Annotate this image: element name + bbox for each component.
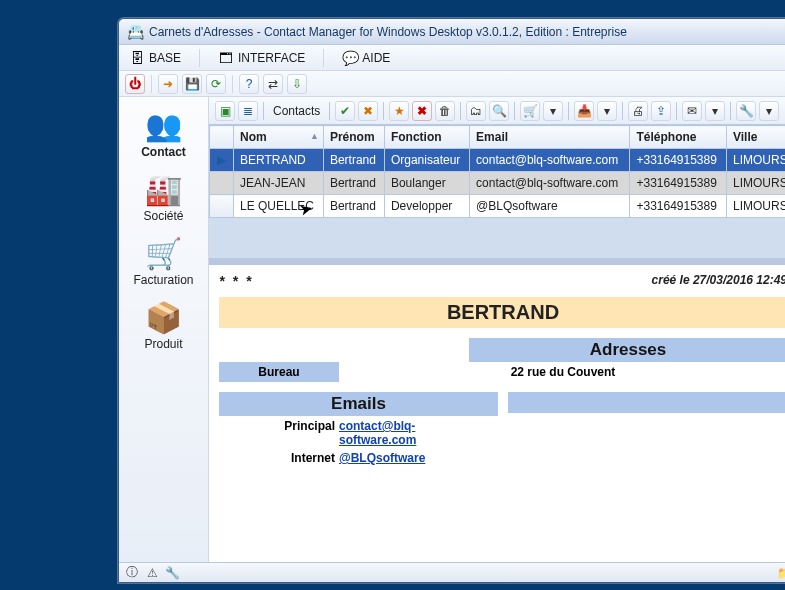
tree-icon[interactable]: ≣ xyxy=(238,101,258,121)
mail-icon[interactable]: ✉ xyxy=(682,101,702,121)
toolbar-separator xyxy=(568,102,569,120)
status-bar: ⓘ⚠🔧 📁 xyxy=(119,562,785,582)
cell-ville[interactable]: LIMOURS xyxy=(727,149,786,172)
toolbar-separator xyxy=(622,102,623,120)
section-other-title xyxy=(508,392,785,413)
table-row[interactable]: LE QUELLECBertrandDevelopper@BLQsoftware… xyxy=(210,195,786,218)
cell-fonction[interactable]: Organisateur xyxy=(384,149,469,172)
cell-nom[interactable]: LE QUELLEC xyxy=(234,195,324,218)
cell-fonction[interactable]: Boulanger xyxy=(384,172,469,195)
title-bar: 📇 Carnets d'Adresses - Contact Manager f… xyxy=(119,19,785,45)
card-icon[interactable]: 🗂 xyxy=(466,101,486,121)
cell-email[interactable]: @BLQsoftware xyxy=(470,195,630,218)
email-link[interactable]: contact@blq-software.com xyxy=(339,418,488,448)
address-type-label: Bureau xyxy=(219,362,339,382)
primary-toolbar: ⏻➜💾⟳?⇄⇩ xyxy=(119,71,785,97)
row-indicator: ▶ xyxy=(210,149,234,172)
help-icon: 💬 xyxy=(342,50,358,66)
toolbar-separator xyxy=(383,102,384,120)
login-icon[interactable]: ➜ xyxy=(158,74,178,94)
toolbar-separator xyxy=(232,75,233,93)
cell-prenom[interactable]: Bertrand xyxy=(323,195,384,218)
info-icon[interactable]: ⓘ xyxy=(125,566,139,580)
power-icon[interactable]: ⏻ xyxy=(125,74,145,94)
section-emails-title: Emails xyxy=(219,392,498,416)
sidebar-item-label: Facturation xyxy=(133,273,193,287)
menu-aide-label: AIDE xyxy=(362,51,390,65)
trash-icon[interactable]: 🗑 xyxy=(435,101,455,121)
grid-header-fonction[interactable]: Fonction xyxy=(384,126,469,149)
help2-icon[interactable]: ? xyxy=(239,74,259,94)
cell-email[interactable]: contact@blq-software.com xyxy=(470,149,630,172)
tool-icon[interactable]: 🔧 xyxy=(736,101,756,121)
table-row[interactable]: JEAN-JEANBertrandBoulangercontact@blq-so… xyxy=(210,172,786,195)
uncheck-icon[interactable]: ✖ xyxy=(358,101,378,121)
cell-email[interactable]: contact@blq-software.com xyxy=(470,172,630,195)
email-link[interactable]: @BLQsoftware xyxy=(339,450,488,466)
cell-telephone[interactable]: +33164915389 xyxy=(630,195,727,218)
email-row: Internet@BLQsoftware xyxy=(219,448,498,466)
row-indicator xyxy=(210,172,234,195)
cell-telephone[interactable]: +33164915389 xyxy=(630,149,727,172)
secondary-toolbar: ▣≣Contacts✔✖★✖🗑🗂🔍🛒▾📥▾🖨⇪✉▾🔧▾ xyxy=(209,97,785,125)
factory-icon: 🏭 xyxy=(145,175,182,205)
menu-aide[interactable]: 💬 AIDE xyxy=(338,48,394,68)
menu-interface[interactable]: 🗔 INTERFACE xyxy=(214,48,309,68)
more3-icon[interactable]: ▾ xyxy=(705,101,725,121)
refresh-icon[interactable]: ⟳ xyxy=(206,74,226,94)
toolbar-separator xyxy=(151,75,152,93)
menu-separator xyxy=(199,49,200,67)
wrench-icon[interactable]: 🔧 xyxy=(165,566,179,580)
window-title: Carnets d'Adresses - Contact Manager for… xyxy=(149,25,627,39)
warn-icon[interactable]: ⚠ xyxy=(145,566,159,580)
delete-icon[interactable]: ✖ xyxy=(412,101,432,121)
cell-ville[interactable]: LIMOURS xyxy=(727,195,786,218)
find-icon[interactable]: 🔍 xyxy=(489,101,509,121)
sort-asc-icon: ▲ xyxy=(310,131,319,141)
more2-icon[interactable]: ▾ xyxy=(597,101,617,121)
sidebar-item-facturation[interactable]: 🛒Facturation xyxy=(119,233,208,297)
toolbar-separator xyxy=(676,102,677,120)
secondary-toolbar-label: Contacts xyxy=(269,104,324,118)
sidebar-item-contact[interactable]: 👥Contact xyxy=(119,105,208,169)
more4-icon[interactable]: ▾ xyxy=(759,101,779,121)
export-icon[interactable]: ⇪ xyxy=(651,101,671,121)
sidebar-item-produit[interactable]: 📦Produit xyxy=(119,297,208,361)
cell-prenom[interactable]: Bertrand xyxy=(323,172,384,195)
grid-corner xyxy=(210,126,234,149)
grid-header-email[interactable]: Email xyxy=(470,126,630,149)
cell-nom[interactable]: BERTRAND xyxy=(234,149,324,172)
toolbar-separator xyxy=(329,102,330,120)
database-icon: 🗄 xyxy=(129,50,145,66)
sidebar: 👥Contact🏭Société🛒Facturation📦Produit xyxy=(119,97,209,562)
check-icon[interactable]: ✔ xyxy=(335,101,355,121)
grid-header-ville[interactable]: Ville xyxy=(727,126,786,149)
sync-icon[interactable]: ⇄ xyxy=(263,74,283,94)
collapse-icon[interactable]: ▣ xyxy=(215,101,235,121)
menu-interface-label: INTERFACE xyxy=(238,51,305,65)
cell-ville[interactable]: LIMOURS xyxy=(727,172,786,195)
cell-prenom[interactable]: Bertrand xyxy=(323,149,384,172)
cell-telephone[interactable]: +33164915389 xyxy=(630,172,727,195)
menu-base[interactable]: 🗄 BASE xyxy=(125,48,185,68)
grid-header-telephone[interactable]: Téléphone xyxy=(630,126,727,149)
cell-fonction[interactable]: Developper xyxy=(384,195,469,218)
download-icon[interactable]: ⇩ xyxy=(287,74,307,94)
more1-icon[interactable]: ▾ xyxy=(543,101,563,121)
cell-nom[interactable]: JEAN-JEAN xyxy=(234,172,324,195)
table-row[interactable]: ▶BERTRANDBertrandOrganisateurcontact@blq… xyxy=(210,149,786,172)
cart2-icon[interactable]: 🛒 xyxy=(520,101,540,121)
menu-separator xyxy=(323,49,324,67)
sidebar-item-label: Produit xyxy=(144,337,182,351)
print-icon[interactable]: 🖨 xyxy=(628,101,648,121)
inbox-icon[interactable]: 📥 xyxy=(574,101,594,121)
star-icon[interactable]: ★ xyxy=(389,101,409,121)
grid-header-prenom[interactable]: Prénom xyxy=(323,126,384,149)
address-book-icon: 📇 xyxy=(127,24,143,40)
grid-header-nom[interactable]: Nom▲ xyxy=(234,126,324,149)
client-area: 👥Contact🏭Société🛒Facturation📦Produit ▣≣C… xyxy=(119,97,785,562)
folder-icon[interactable]: 📁 xyxy=(777,566,785,580)
contacts-grid[interactable]: Nom▲PrénomFonctionEmailTéléphoneVille ▶B… xyxy=(209,125,785,259)
save-icon[interactable]: 💾 xyxy=(182,74,202,94)
sidebar-item-societe[interactable]: 🏭Société xyxy=(119,169,208,233)
